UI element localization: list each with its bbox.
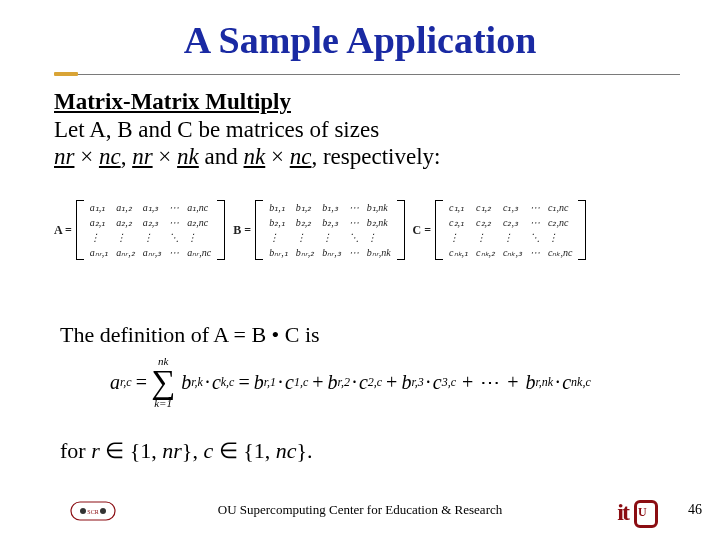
body-text: Matrix-Matrix Multiply Let A, B and C be… [54,88,680,171]
sigma-icon: nk ∑ k=1 [151,356,175,409]
right-logos: it U [617,498,656,526]
bracket-icon [217,200,225,260]
accent-bar [54,72,78,76]
intro-line-2: nr × nc, nr × nk and nk × nc, respective… [54,143,680,171]
summation-formula: ar,c = nk ∑ k=1 br,k · ck,c = br,1·c1,c … [110,356,591,409]
it-logo-icon: it [617,499,628,526]
matrix-a-label: A = [54,223,72,238]
footer-text: OU Supercomputing Center for Education &… [0,502,720,518]
matrix-c: c₁,₁c₁,₂c₁,₃⋯c₁,nc c₂,₁c₂,₂c₂,₃⋯c₂,nc ⋮⋮… [445,200,576,260]
bracket-icon [255,200,263,260]
slide-title: A Sample Application [0,18,720,62]
matrices-row: A = a₁,₁a₁,₂a₁,₃⋯a₁,nc a₂,₁a₂,₂a₂,₃⋯a₂,n… [54,200,690,260]
matrix-b-label: B = [233,223,251,238]
bracket-icon [76,200,84,260]
bracket-icon [578,200,586,260]
matrix-c-label: C = [413,223,432,238]
intro-line-1: Let A, B and C be matrices of sizes [54,116,680,144]
for-line: for r ∈ {1, nr}, c ∈ {1, nc}. [60,438,313,464]
page-number: 46 [688,502,702,518]
bracket-icon [435,200,443,260]
divider-line [78,74,680,75]
footer: SCR OU Supercomputing Center for Educati… [0,490,720,530]
slide: A Sample Application Matrix-Matrix Multi… [0,0,720,540]
matrix-b: b₁,₁b₁,₂b₁,₃⋯b₁,nk b₂,₁b₂,₂b₂,₃⋯b₂,nk ⋮⋮… [265,200,394,260]
subheading: Matrix-Matrix Multiply [54,88,680,116]
bracket-icon [397,200,405,260]
ou-logo-icon: U [632,498,656,526]
definition-line: The definition of A = B • C is [60,322,320,348]
matrix-a: a₁,₁a₁,₂a₁,₃⋯a₁,nc a₂,₁a₂,₂a₂,₃⋯a₂,nc ⋮⋮… [86,200,215,260]
